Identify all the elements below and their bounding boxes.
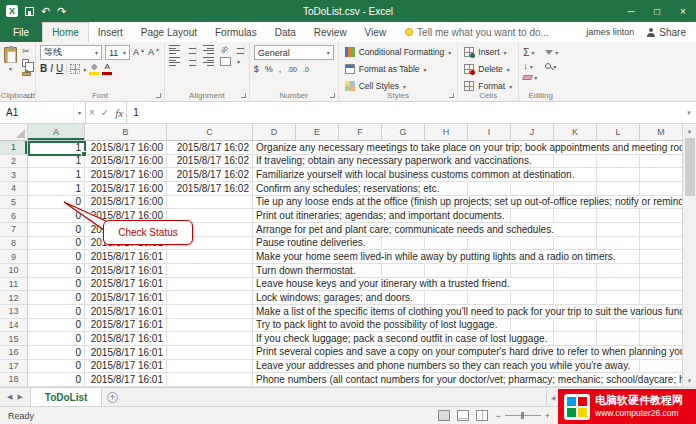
view-page-layout-icon[interactable] [457,410,469,421]
cell-B17[interactable]: 2015/8/17 16:01 [85,360,167,373]
cell-B14[interactable]: 2015/8/17 16:01 [85,319,167,332]
cell-C5[interactable] [167,196,253,209]
dialog-launcher-icon[interactable] [330,93,335,98]
formula-input[interactable]: 1 [127,102,682,123]
align-bottom-icon[interactable] [203,45,214,54]
cell-A16[interactable]: 0 [28,346,85,359]
zoom-out-icon[interactable]: − [495,411,500,421]
align-right-button[interactable] [203,57,214,66]
fill-color-button[interactable] [89,64,99,75]
cell-A9[interactable]: 0 [28,250,85,263]
align-top-icon[interactable] [169,45,180,54]
cell-D16[interactable]: Print several copies and save a copy on … [253,346,682,359]
cell-C1[interactable]: 2015/8/17 16:02 [167,141,253,154]
autosum-button[interactable]: Σ ▾ [523,47,537,58]
cell-C15[interactable] [167,332,253,345]
cell-B4[interactable]: 2015/8/17 16:00 [85,182,167,195]
insert-cells-button[interactable]: Insert ▾ [462,45,514,59]
view-page-break-icon[interactable] [476,410,488,421]
select-all-corner[interactable] [0,124,28,140]
tab-view[interactable]: View [356,22,396,42]
cell-C13[interactable] [167,305,253,318]
cell-B16[interactable]: 2015/8/17 16:01 [85,346,167,359]
tab-home[interactable]: Home [42,22,89,42]
tell-me-box[interactable]: Tell me what you want to do... [395,22,559,42]
sheet-next-icon[interactable]: ▶ [17,393,22,401]
row-header-15[interactable]: 15 [0,332,28,345]
vertical-scrollbar[interactable]: ▲ ▼ [682,124,696,387]
tab-file[interactable]: File [0,22,42,42]
minimize-button[interactable]: ─ [618,0,644,22]
row-header-13[interactable]: 13 [0,305,28,318]
tab-page-layout[interactable]: Page Layout [132,22,206,42]
cell-B9[interactable]: 2015/8/17 16:01 [85,250,167,263]
align-left-button[interactable] [169,57,180,66]
cell-C3[interactable]: 2015/8/17 16:02 [167,168,253,181]
cell-D14[interactable]: Try to pack light to avoid the possibili… [253,319,682,332]
row-header-8[interactable]: 8 [0,237,28,250]
align-middle-icon[interactable] [186,45,197,54]
row-header-1[interactable]: 1 [0,141,28,154]
paste-button[interactable]: ▾ [4,45,17,76]
cell-B13[interactable]: 2015/8/17 16:01 [85,305,167,318]
row-header-4[interactable]: 4 [0,182,28,195]
cell-D13[interactable]: Make a list of the specific items of clo… [253,305,682,318]
row-header-10[interactable]: 10 [0,264,28,277]
sort-filter-button[interactable]: ▾ [545,47,558,58]
column-header-H[interactable]: H [425,124,468,140]
new-sheet-button[interactable]: + [102,388,122,406]
orientation-button[interactable]: ab [219,44,229,54]
conditional-formatting-button[interactable]: Conditional Formatting ▾ [343,45,454,59]
grow-font-button[interactable]: A▲ [133,48,145,57]
cell-D4[interactable]: Confirm any schedules; reservations; etc… [253,182,682,195]
cell-A10[interactable]: 0 [28,264,85,277]
format-as-table-button[interactable]: Format as Table ▾ [343,62,454,76]
row-header-16[interactable]: 16 [0,346,28,359]
cell-D2[interactable]: If traveling; obtain any necessary paper… [253,155,682,168]
column-header-D[interactable]: D [253,124,296,140]
merge-center-button[interactable] [220,57,231,66]
cell-D17[interactable]: Leave your addresses and phone numbers s… [253,360,682,373]
cell-A18[interactable]: 0 [28,373,85,386]
sheet-prev-icon[interactable]: ◀ [7,393,12,401]
cell-D15[interactable]: If you check luggage; pack a second outf… [253,332,682,345]
cell-A4[interactable]: 1 [28,182,85,195]
cell-D9[interactable]: Make your home seem lived-in while away … [253,250,682,263]
increase-decimal-button[interactable]: .00 [287,66,297,73]
signed-in-user[interactable]: james linton [586,22,646,42]
cell-A11[interactable]: 0 [28,278,85,291]
scroll-down-icon[interactable]: ▼ [683,374,696,387]
cell-C10[interactable] [167,264,253,277]
cell-B3[interactable]: 2015/8/17 16:00 [85,168,167,181]
cell-C16[interactable] [167,346,253,359]
tab-insert[interactable]: Insert [89,22,132,42]
cell-C17[interactable] [167,360,253,373]
row-header-6[interactable]: 6 [0,209,28,222]
shrink-font-button[interactable]: A▼ [148,48,160,57]
underline-button[interactable]: U [56,64,63,74]
italic-button[interactable]: I [50,64,53,74]
column-header-L[interactable]: L [597,124,640,140]
column-header-C[interactable]: C [167,124,253,140]
cell-A3[interactable]: 1 [28,168,85,181]
cell-D3[interactable]: Familiarize yourself with local business… [253,168,682,181]
cell-D1[interactable]: Organize any necessary meetings to take … [253,141,682,154]
row-header-3[interactable]: 3 [0,168,28,181]
dialog-launcher-icon[interactable] [449,93,454,98]
scroll-up-icon[interactable]: ▲ [683,124,696,137]
dialog-launcher-icon[interactable] [27,93,32,98]
sheet-tab-todolist[interactable]: ToDoList [30,388,103,406]
tab-data[interactable]: Data [266,22,305,42]
cell-A17[interactable]: 0 [28,360,85,373]
maximize-button[interactable]: □ [644,0,670,22]
dialog-launcher-icon[interactable] [156,93,161,98]
zoom-slider[interactable]: − + [495,411,550,421]
cancel-icon[interactable]: × [89,107,95,118]
column-header-B[interactable]: B [85,124,167,140]
borders-button[interactable] [70,64,80,74]
cell-C9[interactable] [167,250,253,263]
name-box[interactable]: A1 ▾ [0,102,86,123]
zoom-thumb[interactable] [521,412,524,419]
row-header-18[interactable]: 18 [0,373,28,386]
row-header-17[interactable]: 17 [0,360,28,373]
